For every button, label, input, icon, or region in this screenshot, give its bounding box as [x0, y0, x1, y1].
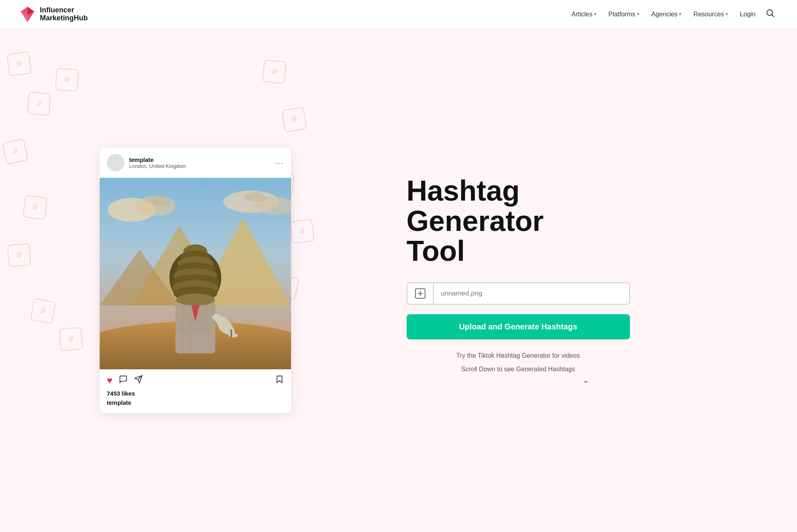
ig-post-image: [100, 178, 291, 369]
hero-section: # # # # # # # # # # # # # # # # template…: [0, 29, 797, 532]
svg-point-34: [176, 294, 215, 305]
like-button[interactable]: ♥: [107, 375, 112, 386]
logo-top: Influencer: [40, 6, 88, 14]
comment-icon[interactable]: [119, 375, 128, 386]
nav-item-resources[interactable]: Resources ▾: [689, 8, 732, 21]
nav-item-articles-label: Articles: [572, 11, 592, 18]
logo[interactable]: Influencer MarketingHub: [19, 6, 88, 23]
instagram-preview: template London, United Kingdom ···: [0, 29, 391, 532]
scroll-hint: Scroll Down to see Generated Hashtags: [407, 366, 630, 373]
title-line2: Generator: [407, 205, 544, 237]
ig-caption-username: template: [107, 399, 132, 406]
file-name-input[interactable]: [434, 283, 629, 304]
scroll-chevron-icon: ⌄: [407, 375, 766, 385]
nav-item-articles[interactable]: Articles ▾: [567, 8, 601, 21]
tiktok-link[interactable]: Try the Tiktok Hashtag Generator for vid…: [407, 352, 630, 359]
nav-item-platforms[interactable]: Platforms ▾: [604, 8, 644, 21]
logo-text: Influencer MarketingHub: [40, 6, 88, 22]
share-icon[interactable]: [134, 375, 143, 386]
chevron-down-icon: ▾: [726, 12, 728, 17]
ig-location: London, United Kingdom: [129, 163, 275, 169]
ig-username: template: [129, 156, 275, 163]
generate-button[interactable]: Upload and Generate Hashtags: [407, 314, 630, 339]
nav-item-agencies-label: Agencies: [651, 11, 678, 18]
bookmark-icon[interactable]: [275, 375, 284, 386]
ig-caption: template: [100, 398, 291, 413]
ig-header: template London, United Kingdom ···: [100, 148, 291, 178]
ig-left-actions: ♥: [107, 375, 143, 386]
nav-item-agencies[interactable]: Agencies ▾: [647, 8, 687, 21]
ig-likes: 7453 likes: [100, 388, 291, 398]
nav-login-button[interactable]: Login: [735, 8, 760, 21]
nav-links: Articles ▾ Platforms ▾ Agencies ▾ Resour…: [567, 6, 778, 23]
nav-item-platforms-label: Platforms: [608, 11, 636, 18]
navbar: Influencer MarketingHub Articles ▾ Platf…: [0, 0, 797, 29]
svg-point-23: [228, 333, 238, 337]
add-image-button[interactable]: [407, 283, 434, 304]
ig-more-button[interactable]: ···: [275, 158, 284, 167]
hero-right: Hashtag Generator Tool Upload and Genera…: [391, 29, 797, 532]
ig-user-info: template London, United Kingdom: [129, 156, 275, 169]
page-title: Hashtag Generator Tool: [407, 176, 766, 266]
instagram-card: template London, United Kingdom ···: [100, 148, 291, 413]
ig-actions: ♥: [100, 369, 291, 388]
logo-icon: [19, 6, 36, 23]
file-upload-row: [407, 282, 630, 305]
svg-line-4: [772, 15, 774, 17]
svg-rect-24: [230, 329, 232, 337]
chevron-down-icon: ▾: [594, 12, 596, 17]
title-line3: Tool: [407, 235, 465, 267]
avatar: [107, 154, 124, 171]
logo-bottom: MarketingHub: [40, 14, 88, 22]
title-line1: Hashtag: [407, 175, 520, 207]
nav-item-resources-label: Resources: [693, 11, 724, 18]
search-icon[interactable]: [763, 6, 778, 23]
chevron-down-icon: ▾: [637, 12, 640, 17]
chevron-down-icon: ▾: [679, 12, 681, 17]
